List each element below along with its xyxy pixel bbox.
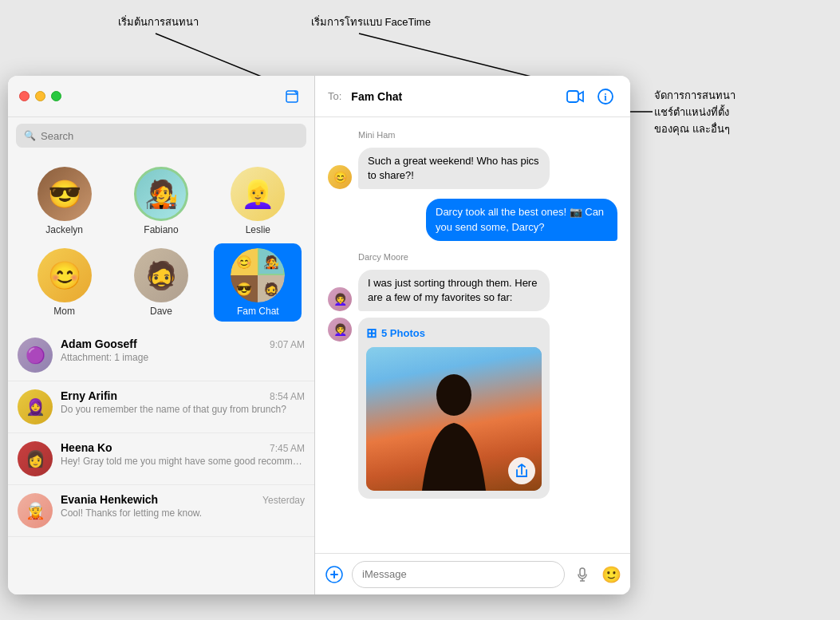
bubble-outgoing: Darcy took all the best ones! 📷 Can you … (426, 199, 617, 240)
messages-area: Mini Ham 😊 Such a great weekend! Who has… (315, 117, 630, 553)
contact-name-fabiano: Fabiano (144, 224, 178, 235)
conv-name-erny: Erny Arifin (61, 389, 117, 402)
pinned-contact-dave[interactable]: 🧔 Dave (117, 243, 205, 322)
contact-name-jackelyn: Jackelyn (45, 224, 83, 235)
msg-darcy-photos: 👩‍🦱 ⊞ 5 Photos (328, 318, 617, 499)
avatar-darcy-photos: 👩‍🦱 (328, 318, 352, 342)
sidebar: 🔍 😎 Jackelyn 🧑‍🎤 Fabiano (8, 76, 315, 594)
search-bar: 🔍 (16, 124, 306, 148)
avatar-miniham: 😊 (328, 165, 352, 189)
photos-container: ⊞ 5 Photos (358, 318, 550, 499)
svg-text:i: i (604, 91, 607, 102)
conv-name-heena: Heena Ko (61, 441, 112, 454)
avatar-darcy: 👩‍🦱 (328, 287, 352, 311)
app-window: 🔍 😎 Jackelyn 🧑‍🎤 Fabiano (8, 76, 630, 594)
search-input[interactable] (41, 130, 298, 142)
sender-name-miniham: Mini Ham (358, 130, 617, 140)
share-button[interactable] (508, 457, 535, 484)
sender-name-darcy: Darcy Moore (358, 252, 617, 262)
traffic-lights (19, 91, 61, 101)
conv-time-heena: 7:45 AM (270, 443, 305, 454)
avatar-adam-conv: 🟣 (18, 338, 53, 373)
pinned-contact-fabiano[interactable]: 🧑‍🎤 Fabiano (117, 162, 205, 240)
avatar-famchat: 😊 🧑‍🎤 😎 🧔 (231, 248, 285, 302)
input-bar: 🙂 (315, 553, 630, 594)
pinned-contact-jackelyn[interactable]: 😎 Jackelyn (21, 162, 108, 240)
msg-outgoing: Darcy took all the best ones! 📷 Can you … (328, 199, 617, 240)
avatar-erny-conv: 🧕 (18, 389, 53, 425)
conv-preview-heena: Hey! Gray told me you might have some go… (61, 456, 305, 467)
minimize-button[interactable] (35, 91, 45, 101)
close-button[interactable] (19, 91, 30, 101)
photos-count: 5 Photos (381, 327, 425, 339)
contact-name-mom: Mom (53, 306, 75, 317)
avatar-heena-conv: 👩 (18, 441, 53, 476)
chat-header: To: Fam Chat i (315, 76, 630, 117)
svg-rect-11 (580, 568, 585, 576)
conv-item-adam[interactable]: 🟣 Adam Gooseff 9:07 AM Attachment: 1 ima… (8, 330, 314, 381)
conv-info-erny: Erny Arifin 8:54 AM Do you remember the … (61, 389, 305, 415)
conv-time-evania: Yesterday (262, 495, 305, 506)
conv-info-heena: Heena Ko 7:45 AM Hey! Gray told me you m… (61, 441, 305, 467)
annotation-compose: เริ่มต้นการสนทนา (118, 14, 199, 30)
conv-name-adam: Adam Gooseff (61, 338, 137, 350)
avatar-leslie: 👱‍♀️ (231, 167, 285, 221)
conv-preview-evania: Cool! Thanks for letting me know. (61, 507, 305, 519)
conversation-list: 🟣 Adam Gooseff 9:07 AM Attachment: 1 ima… (8, 330, 314, 594)
sidebar-titlebar (8, 76, 314, 117)
chat-title: Fam Chat (351, 90, 557, 103)
annotation-manage: จัดการการสนทนาแชร์ตำแหน่งที่ตั้งของคุณ แ… (654, 88, 735, 137)
pinned-row-1: 😎 Jackelyn 🧑‍🎤 Fabiano 👱‍♀️ Lesli (16, 162, 306, 240)
facetime-button[interactable] (563, 85, 587, 109)
contact-name-famchat: Fam Chat (237, 306, 279, 317)
conv-time-erny: 8:54 AM (270, 391, 305, 402)
pinned-contacts: 😎 Jackelyn 🧑‍🎤 Fabiano 👱‍♀️ Lesli (8, 154, 314, 330)
avatar-jackelyn: 😎 (37, 167, 92, 221)
avatar-dave: 🧔 (134, 248, 188, 302)
voice-button[interactable] (571, 563, 594, 586)
message-input[interactable] (352, 561, 565, 588)
conv-item-heena[interactable]: 👩 Heena Ko 7:45 AM Hey! Gray told me you… (8, 433, 314, 485)
photos-grid-icon: ⊞ (366, 326, 377, 341)
conv-preview-adam: Attachment: 1 image (61, 352, 305, 363)
photos-header: ⊞ 5 Photos (366, 326, 542, 341)
conv-item-erny[interactable]: 🧕 Erny Arifin 8:54 AM Do you remember th… (8, 381, 314, 433)
chat-panel: To: Fam Chat i Mini Ham 😊 Such a (315, 76, 630, 594)
pinned-contact-famchat[interactable]: 😊 🧑‍🎤 😎 🧔 Fam Chat (214, 243, 302, 322)
contact-name-dave: Dave (150, 306, 172, 317)
pinned-contact-mom[interactable]: 😊 Mom (21, 243, 108, 322)
emoji-button[interactable]: 🙂 (600, 563, 622, 586)
conv-time-adam: 9:07 AM (270, 339, 305, 350)
pinned-row-2: 😊 Mom 🧔 Dave 😊 🧑‍🎤 (16, 243, 306, 322)
svg-rect-6 (567, 91, 578, 102)
conv-info-evania: Evania Henkewich Yesterday Cool! Thanks … (61, 493, 305, 519)
info-button[interactable]: i (594, 85, 617, 109)
svg-point-9 (436, 374, 471, 416)
avatar-evania-conv: 🧝 (18, 493, 53, 528)
conv-preview-erny: Do you remember the name of that guy fro… (61, 404, 305, 415)
avatar-fabiano: 🧑‍🎤 (134, 167, 188, 221)
pinned-contact-leslie[interactable]: 👱‍♀️ Leslie (214, 162, 302, 240)
search-icon: 🔍 (24, 130, 36, 141)
conv-item-evania[interactable]: 🧝 Evania Henkewich Yesterday Cool! Thank… (8, 485, 314, 537)
msg-miniham: 😊 Such a great weekend! Who has pics to … (328, 148, 617, 189)
msg-darcy-text: 👩‍🦱 I was just sorting through them. Her… (328, 270, 617, 311)
compose-button[interactable] (281, 85, 303, 108)
fullscreen-button[interactable] (51, 91, 61, 101)
bubble-darcy: I was just sorting through them. Here ar… (358, 270, 550, 311)
contact-name-leslie: Leslie (246, 224, 270, 235)
conv-info-adam: Adam Gooseff 9:07 AM Attachment: 1 image (61, 338, 305, 363)
bubble-miniham: Such a great weekend! Who has pics to sh… (358, 148, 550, 189)
to-label: To: (328, 90, 341, 102)
avatar-mom: 😊 (37, 248, 92, 302)
apps-button[interactable] (323, 563, 345, 586)
photo-preview (366, 347, 542, 491)
conv-name-evania: Evania Henkewich (61, 493, 158, 506)
annotation-facetime: เริ่มการโทรแบบ FaceTime (311, 14, 431, 30)
